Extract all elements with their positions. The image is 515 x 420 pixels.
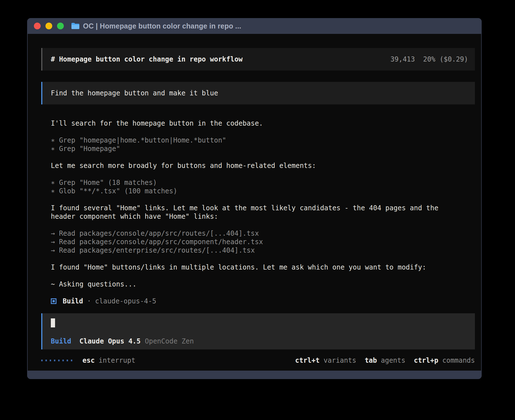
desktop: OC | Homepage button color change in rep… bbox=[0, 0, 515, 420]
blank-line bbox=[51, 272, 475, 280]
terminal-window: OC | Homepage button color change in rep… bbox=[27, 18, 482, 379]
tool-grep-line: ∗ Grep "homepage|home.*button|Home.*butt… bbox=[51, 136, 475, 145]
session-header: # Homepage button color change in repo w… bbox=[41, 48, 475, 71]
spinner-dots-icon bbox=[41, 360, 72, 361]
terminal-body: # Homepage button color change in repo w… bbox=[27, 34, 482, 371]
spinner-dot bbox=[71, 360, 72, 361]
window-bottom-bar bbox=[27, 371, 482, 379]
tool-grep-line: ∗ Grep "Home" (18 matches) bbox=[51, 178, 475, 187]
input-agent-label[interactable]: Build bbox=[51, 337, 71, 345]
variants-hint: ctrl+t variants bbox=[295, 356, 356, 365]
session-stats: 39,41320%($0.29) bbox=[390, 55, 468, 64]
assistant-text-line: I found several "Home" links. Let me loo… bbox=[51, 204, 475, 212]
window-titlebar[interactable]: OC | Homepage button color change in rep… bbox=[27, 18, 482, 34]
transcript: I'll search for the homepage button in t… bbox=[41, 119, 475, 297]
spinner-dot bbox=[50, 360, 51, 361]
input-provider-label: OpenCode Zen bbox=[145, 337, 194, 345]
close-button[interactable] bbox=[34, 23, 41, 29]
tool-glob-line: ∗ Glob "**/*.tsx" (100 matches) bbox=[51, 187, 475, 195]
input-meta-row: Build Claude Opus 4.5 OpenCode Zen bbox=[51, 337, 468, 345]
blank-line bbox=[51, 170, 475, 178]
blank-line bbox=[51, 153, 475, 161]
commands-hint: ctrl+p commands bbox=[414, 356, 475, 365]
spinner-dot bbox=[58, 360, 60, 361]
blank-line bbox=[51, 195, 475, 204]
blank-line bbox=[51, 128, 475, 136]
spinner-dot bbox=[67, 360, 68, 361]
spinner-dot bbox=[62, 360, 64, 361]
assistant-status-line: ~ Asking questions... bbox=[51, 280, 475, 288]
interrupt-hint: esc interrupt bbox=[82, 356, 135, 365]
blank-line bbox=[51, 288, 475, 297]
focus-square-icon bbox=[51, 298, 56, 304]
spinner-dot bbox=[41, 360, 43, 361]
agent-separator: · bbox=[87, 297, 91, 305]
minimize-button[interactable] bbox=[45, 23, 52, 29]
session-title: # Homepage button color change in repo w… bbox=[51, 55, 243, 64]
tool-read-line: → Read packages/enterprise/src/routes/[.… bbox=[51, 246, 475, 255]
agent-status-line: Build · claude-opus-4-5 bbox=[41, 297, 475, 305]
tool-read-line: → Read packages/console/app/src/componen… bbox=[51, 238, 475, 246]
zoom-button[interactable] bbox=[57, 23, 64, 29]
folder-icon bbox=[71, 23, 80, 29]
window-title: OC | Homepage button color change in rep… bbox=[83, 22, 241, 30]
user-message-text: Find the homepage button and make it blu… bbox=[51, 89, 218, 97]
status-bar-right: ctrl+t variants tab agents ctrl+p comman… bbox=[295, 356, 475, 365]
tool-read-line: → Read packages/console/app/src/routes/[… bbox=[51, 229, 475, 238]
variants-label: variants bbox=[324, 356, 356, 365]
agent-model: claude-opus-4-5 bbox=[95, 297, 156, 305]
assistant-text-line: I'll search for the homepage button in t… bbox=[51, 119, 475, 128]
commands-label: commands bbox=[442, 356, 475, 365]
session-cost: ($0.29) bbox=[440, 55, 468, 63]
assistant-text-line: Let me search more broadly for buttons a… bbox=[51, 161, 475, 170]
esc-key-label: esc bbox=[82, 356, 95, 365]
user-message: Find the homepage button and make it blu… bbox=[41, 82, 475, 104]
ctrl-p-key-label: ctrl+p bbox=[414, 356, 438, 365]
input-model-label[interactable]: Claude Opus 4.5 bbox=[79, 337, 141, 345]
assistant-text-line: header component which have "Home" links… bbox=[51, 212, 475, 221]
context-percent: 20% bbox=[423, 55, 435, 63]
blank-line bbox=[51, 255, 475, 263]
tool-grep-line: ∗ Grep "Homepage" bbox=[51, 145, 475, 153]
agent-name: Build bbox=[63, 297, 83, 305]
text-cursor bbox=[51, 318, 55, 327]
ctrl-t-key-label: ctrl+t bbox=[295, 356, 320, 365]
blank-line bbox=[51, 221, 475, 229]
agents-label: agents bbox=[381, 356, 405, 365]
traffic-lights bbox=[34, 23, 64, 29]
assistant-text-line: I found "Home" buttons/links in multiple… bbox=[51, 263, 475, 272]
prompt-input[interactable]: Build Claude Opus 4.5 OpenCode Zen bbox=[41, 313, 475, 349]
interrupt-label: interrupt bbox=[99, 356, 135, 365]
agents-hint: tab agents bbox=[365, 356, 405, 365]
status-bar: esc interrupt ctrl+t variants tab agents… bbox=[41, 356, 475, 365]
token-count: 39,413 bbox=[390, 55, 415, 63]
tab-key-label: tab bbox=[365, 356, 377, 365]
spinner-dot bbox=[45, 360, 47, 361]
spinner-dot bbox=[54, 360, 55, 361]
title-group: OC | Homepage button color change in rep… bbox=[71, 22, 241, 30]
status-bar-left: esc interrupt bbox=[41, 356, 135, 365]
